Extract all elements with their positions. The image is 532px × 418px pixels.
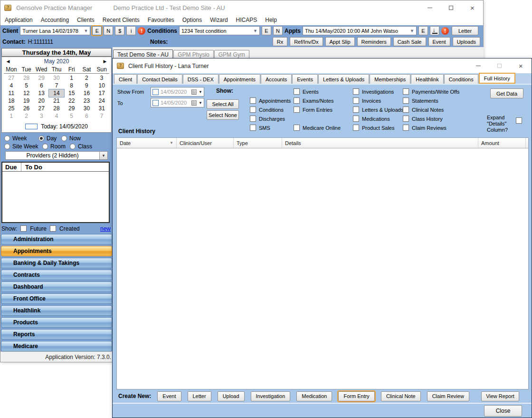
tab-client[interactable]: Client [114, 74, 137, 84]
menu-options[interactable]: Options [182, 17, 202, 23]
checkbox-class-history[interactable] [403, 116, 409, 122]
tab-accounts[interactable]: Accounts [261, 74, 292, 84]
tab-letters-uploads[interactable]: Letters & Uploads [318, 74, 369, 84]
calendar-day[interactable]: 20 [34, 97, 49, 105]
checkbox-future[interactable] [20, 225, 27, 232]
checkbox-appointments[interactable] [250, 97, 256, 104]
nav-appointments[interactable]: Appointments [1, 246, 112, 256]
checkbox-letters-uploads[interactable] [353, 107, 359, 113]
menu-application[interactable]: Application [5, 17, 33, 23]
calendar-day-selected[interactable]: 14 [49, 89, 64, 97]
create-upload-button[interactable]: Upload [218, 391, 245, 401]
minimize-button[interactable] [419, 0, 440, 15]
client-billing-button[interactable]: $ [115, 26, 124, 35]
tab-conditions[interactable]: Conditions [444, 74, 478, 84]
radio-class[interactable]: Class [70, 143, 92, 150]
appt-edit-button[interactable]: E [418, 26, 428, 35]
expand-details-checkbox[interactable] [516, 117, 522, 124]
calendar-day[interactable]: 18 [4, 97, 19, 105]
menu-hicaps[interactable]: HICAPS [236, 17, 257, 23]
create-event-button[interactable]: Event [157, 391, 181, 401]
checkbox-medications[interactable] [353, 116, 359, 122]
condition-edit-button[interactable]: E [262, 26, 271, 35]
menu-help[interactable]: Help [265, 17, 277, 23]
radio-site-week[interactable]: Site Week [4, 143, 38, 150]
calendar-day[interactable]: 7 [49, 82, 64, 89]
checkbox-discharges[interactable] [250, 116, 256, 122]
radio-week[interactable]: Week [4, 135, 27, 142]
dialog-close-button[interactable]: × [510, 58, 532, 73]
calendar-day[interactable]: 15 [64, 89, 79, 97]
calendar-day[interactable]: 5 [64, 112, 79, 120]
calendar-day[interactable]: 27 [34, 105, 49, 112]
calendar-day[interactable]: 28 [19, 74, 34, 82]
calendar-day[interactable]: 10 [94, 82, 109, 89]
menu-wizard[interactable]: Wizard [210, 17, 228, 23]
menu-clients[interactable]: Clients [77, 17, 95, 23]
calendar-day[interactable]: 21 [49, 97, 64, 105]
calendar-day[interactable]: 9 [79, 82, 95, 89]
calendar-day[interactable]: 17 [94, 89, 109, 97]
calendar-day[interactable]: 5 [19, 82, 34, 89]
ref-inv-dx-button[interactable]: Ref/Inv/Dx [290, 37, 323, 46]
calendar-day[interactable]: 6 [34, 82, 49, 89]
date-from-checkbox[interactable] [152, 89, 159, 95]
next-month-icon[interactable]: ▶ [99, 59, 111, 64]
calendar-day[interactable]: 7 [94, 112, 109, 120]
nav-dashboard[interactable]: Dashboard [1, 282, 112, 292]
appt-slip-button[interactable]: Appt Slip [325, 37, 355, 46]
conditions-dropdown[interactable]: 1234 Test condition ▼ [179, 26, 260, 35]
radio-day[interactable]: Day [38, 135, 57, 142]
checkbox-conditions[interactable] [250, 107, 256, 113]
checkbox-sms[interactable] [250, 125, 256, 131]
column-header-amount[interactable]: Amount [478, 138, 526, 148]
calendar-day[interactable]: 6 [79, 112, 95, 120]
calendar-day[interactable]: 16 [79, 89, 95, 97]
prev-month-icon[interactable]: ◀ [2, 59, 14, 64]
tab-memberships[interactable]: Memberships [370, 74, 410, 84]
calendar-day[interactable]: 13 [34, 89, 49, 97]
chevron-down-icon[interactable]: ▼ [199, 90, 202, 94]
checkbox-events[interactable] [294, 88, 300, 95]
nav-administration[interactable]: Administration [1, 234, 112, 244]
nav-banking-daily-takings[interactable]: Banking & Daily Takings [1, 258, 112, 268]
calendar-day[interactable]: 28 [49, 105, 64, 112]
close-dialog-button[interactable]: Close [484, 405, 522, 417]
todo-col-todo[interactable]: To Do [21, 164, 42, 171]
uploads-button[interactable]: Uploads [453, 37, 480, 46]
radio-room[interactable]: Room [42, 143, 66, 150]
tab-dss-dex[interactable]: DSS - DEX [183, 74, 218, 84]
column-header-clinician-user[interactable]: Clinician/User [177, 138, 234, 148]
calendar-day[interactable]: 26 [19, 105, 34, 112]
calendar-day[interactable]: 8 [64, 82, 79, 89]
client-dropdown[interactable]: Turner Lana 14/02/1978 ▼ [20, 26, 90, 35]
create-investigation-button[interactable]: Investigation [251, 391, 291, 401]
calendar-day[interactable]: 29 [34, 74, 49, 82]
calendar-day[interactable]: 25 [4, 105, 19, 112]
client-new-button[interactable]: N [104, 26, 113, 35]
nav-products[interactable]: Products [1, 317, 112, 328]
nav-front-office[interactable]: Front Office [1, 293, 112, 304]
providers-dropdown[interactable]: Providers (2 Hidden) ▼ [5, 151, 108, 160]
calendar-day[interactable]: 4 [49, 112, 64, 120]
date-to-picker[interactable]: 14/05/2020 ▼ [151, 98, 204, 107]
tab-appointments[interactable]: Appointments [219, 74, 260, 84]
checkbox-product-sales[interactable] [353, 125, 359, 131]
create-clinical-note-button[interactable]: Clinical Note [381, 391, 421, 401]
close-button[interactable]: × [462, 0, 483, 15]
calendar-day[interactable]: 3 [94, 74, 109, 82]
appt-download-button[interactable] [430, 26, 439, 35]
create-form-entry-button[interactable]: Form Entry [338, 391, 374, 401]
condition-new-button[interactable]: N [273, 26, 283, 35]
nav-medicare[interactable]: Medicare [1, 341, 112, 351]
checkbox-medicare-online[interactable] [294, 125, 300, 131]
chevron-down-icon[interactable]: ▼ [99, 152, 107, 159]
select-none-button[interactable]: Select None [207, 110, 239, 120]
calendar-day[interactable]: 29 [64, 105, 79, 112]
today-label[interactable]: Today: 14/05/2020 [41, 123, 88, 130]
calendar-day[interactable]: 4 [4, 82, 19, 89]
nav-contracts[interactable]: Contracts [1, 270, 112, 280]
event-button[interactable]: Event [428, 37, 450, 46]
create-medication-button[interactable]: Medication [296, 391, 332, 401]
letter-button[interactable]: Letter [452, 26, 478, 35]
